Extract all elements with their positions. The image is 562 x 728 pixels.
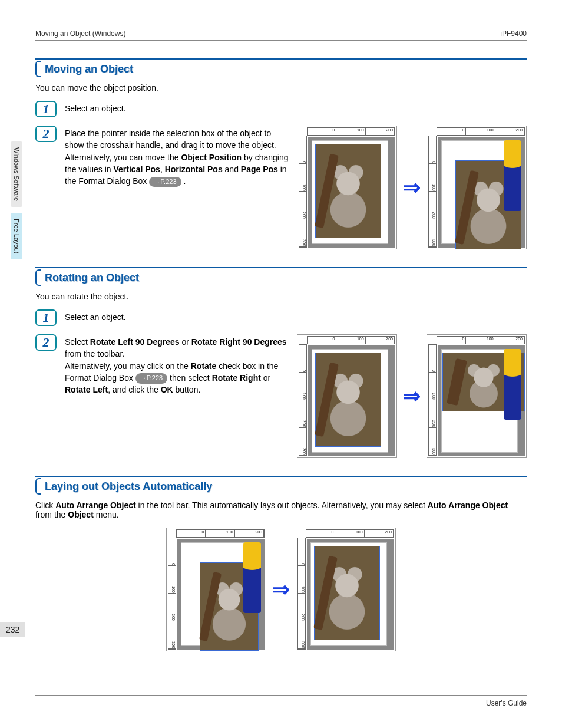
moving-step-2-text: Place the pointer inside the selection b…	[65, 126, 290, 187]
section-title-auto: Laying out Objects Automatically	[45, 480, 212, 493]
flower-vase-image	[243, 542, 261, 613]
rotating-figure-after: 0100200 0100200300	[427, 334, 527, 458]
auto-intro: Click Auto Arrange Object in the tool ba…	[35, 500, 527, 519]
moving-step-1-text: Select an object.	[65, 101, 527, 114]
side-tab-free-layout[interactable]: Free Layout	[11, 213, 22, 259]
page-ref-link[interactable]: →P.223	[135, 373, 167, 384]
arrow-icon: ⇒	[403, 175, 421, 200]
page-ref-link[interactable]: →P.223	[149, 177, 181, 187]
page-number: 232	[0, 622, 25, 637]
page-header: Moving an Object (Windows) iPF9400	[35, 29, 527, 41]
bracket-icon	[35, 478, 41, 495]
step-number-badge: 1	[35, 101, 57, 117]
arrow-icon: ⇒	[272, 577, 290, 602]
section-auto-layout: Laying out Objects Automatically Click A…	[35, 476, 527, 651]
side-tabs: Windows Software Free Layout	[11, 141, 22, 259]
moving-step-1: 1 Select an object.	[35, 101, 527, 117]
section-title-rotating: Rotating an Object	[45, 272, 139, 284]
auto-figure-after: 0100200 0100200300	[296, 528, 396, 651]
section-title-moving: Moving an Object	[45, 63, 133, 75]
rotating-step-1-text: Select an object.	[65, 309, 527, 323]
auto-figure-before: 0100200 0100200300	[166, 528, 266, 651]
moving-figure-after: 0100200 0100200300	[427, 126, 527, 249]
moving-step-2: 2 Place the pointer inside the selection…	[35, 126, 527, 249]
header-left: Moving an Object (Windows)	[35, 29, 125, 38]
flower-vase-image	[504, 349, 521, 420]
rotating-figure-pair: 0100200 0100200300 ⇒ 0100200 0100200300	[297, 334, 527, 458]
section-rotating: Rotating an Object You can rotate the ob…	[35, 267, 527, 458]
moving-intro: You can move the object position.	[35, 83, 527, 93]
step-number-badge: 2	[35, 126, 57, 142]
section-moving: Moving an Object You can move the object…	[35, 58, 527, 249]
moving-figure-pair: 0100200 0100200300 ⇒ 0100200 0100200300	[297, 126, 527, 249]
rotating-intro: You can rotate the object.	[35, 292, 527, 301]
rotating-step-2: 2 Select Rotate Left 90 Degrees or Rotat…	[35, 334, 527, 458]
koala-image	[315, 353, 381, 447]
side-tab-windows-software[interactable]: Windows Software	[11, 141, 22, 207]
rotating-step-1: 1 Select an object.	[35, 309, 527, 326]
moving-figure-before: 0100200 0100200300	[297, 126, 397, 249]
bracket-icon	[35, 61, 41, 77]
header-right: iPF9400	[500, 29, 527, 38]
bracket-icon	[35, 269, 41, 286]
flower-vase-image	[504, 140, 521, 211]
koala-image	[315, 144, 381, 238]
rotating-step-2-text: Select Rotate Left 90 Degrees or Rotate …	[65, 334, 290, 396]
step-number-badge: 2	[35, 334, 57, 351]
page-footer: User's Guide	[35, 695, 527, 707]
rotating-figure-before: 0100200 0100200300	[297, 334, 397, 458]
step-number-badge: 1	[35, 309, 57, 326]
arrow-icon: ⇒	[403, 384, 421, 409]
auto-figure-pair: 0100200 0100200300 ⇒ 0100200 0100200300	[35, 528, 527, 651]
koala-image	[314, 546, 380, 640]
